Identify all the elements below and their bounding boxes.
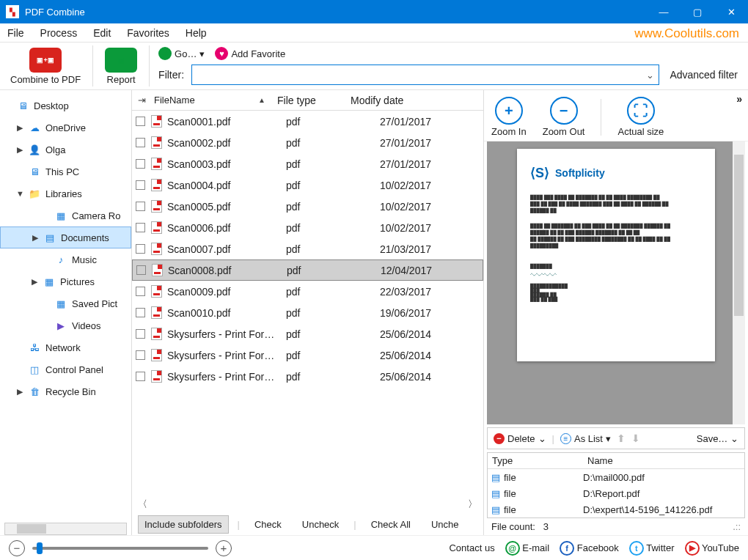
maximize-button[interactable]: ▢ [681, 0, 714, 23]
row-checkbox[interactable] [132, 180, 148, 190]
tree-item[interactable]: ◫Control Panel [0, 358, 131, 380]
pdf-file-icon [148, 370, 164, 383]
save-button[interactable]: Save… ⌄ [697, 433, 738, 444]
delete-button[interactable]: −Delete ⌄ [494, 433, 546, 444]
preview-vscrollbar[interactable] [733, 141, 745, 424]
actual-size-button[interactable]: ⛶Actual size [617, 97, 664, 137]
file-row[interactable]: Scan0009.pdfpdf22/03/2017 [132, 281, 483, 302]
tree-item[interactable]: ▶👤Olga [0, 139, 131, 161]
goto-button[interactable]: ➜Go… ▾ [158, 47, 205, 60]
advanced-filter-button[interactable]: Advanced filter [667, 69, 741, 81]
file-row[interactable]: Scan0003.pdfpdf27/01/2017 [132, 153, 483, 174]
close-button[interactable]: ✕ [714, 0, 748, 23]
tree-item[interactable]: ▼📁Libraries [0, 183, 131, 205]
row-checkbox[interactable] [132, 244, 148, 254]
tree-item[interactable]: ▦Saved Pict [0, 292, 131, 314]
uncheck-button[interactable]: Uncheck [296, 516, 345, 533]
as-list-button[interactable]: ≡As List▾ [560, 433, 611, 444]
row-checkbox[interactable] [132, 329, 148, 339]
tree-item[interactable]: 🖧Network [0, 336, 131, 358]
tree-hscrollbar[interactable] [4, 523, 127, 535]
overflow-button[interactable]: » [736, 93, 742, 105]
file-row[interactable]: Scan0007.pdfpdf21/03/2017 [132, 238, 483, 259]
col-modifydate[interactable]: Modify date [345, 95, 425, 106]
row-checkbox[interactable] [132, 350, 148, 360]
menu-edit[interactable]: Edit [93, 27, 111, 39]
email-link[interactable]: @ E-mail [505, 541, 549, 556]
move-up-button[interactable]: ⬆ [617, 432, 626, 444]
file-row[interactable]: Scan0001.pdfpdf27/01/2017 [132, 111, 483, 132]
file-type: pdf [286, 286, 359, 298]
folder-icon: 🖧 [28, 342, 41, 353]
tree-item[interactable]: ▶☁OneDrive [0, 117, 131, 139]
row-checkbox[interactable] [132, 138, 148, 147]
file-row[interactable]: Scan0008.pdfpdf12/04/2017 [132, 259, 483, 281]
menu-favorites[interactable]: Favorites [127, 27, 169, 39]
move-down-button[interactable]: ⬇ [631, 432, 640, 444]
menu-help[interactable]: Help [186, 27, 207, 39]
tree-item[interactable]: ▶🗑Recycle Bin [0, 380, 131, 402]
tree-item[interactable]: ▶Videos [0, 314, 131, 336]
facebook-link[interactable]: f Facebook [560, 541, 619, 556]
resize-grip-icon[interactable]: .:: [733, 521, 741, 532]
preview-viewport[interactable]: ⟨S⟩Softplicity ████ ███ ████ ██ ███████ … [487, 141, 745, 424]
tree-item[interactable]: ♪Music [0, 248, 131, 270]
file-date: 10/02/2017 [359, 201, 440, 213]
col-filename[interactable]: FileName▲ [148, 95, 271, 106]
row-checkbox[interactable] [132, 223, 148, 232]
include-subfolders-button[interactable]: Include subfolders [138, 515, 229, 534]
youtube-link[interactable]: ▶ YouTube [685, 541, 739, 556]
output-row[interactable]: ▤fileD:\mail000.pdf [488, 469, 744, 485]
row-checkbox[interactable] [132, 372, 148, 381]
tree-item[interactable]: ▶▦Pictures [0, 270, 131, 292]
combine-to-pdf-button[interactable]: ▣+▣ Combine to PDF [7, 46, 84, 86]
tree-item[interactable]: 🖥This PC [0, 161, 131, 183]
file-row[interactable]: Scan0004.pdfpdf10/02/2017 [132, 174, 483, 196]
folder-icon: 👤 [28, 144, 41, 155]
file-row[interactable]: Scan0002.pdfpdf27/01/2017 [132, 132, 483, 153]
output-row[interactable]: ▤fileD:\Report.pdf [488, 485, 744, 501]
tree-label: This PC [45, 166, 79, 177]
tree-item[interactable]: ▦Camera Ro [0, 205, 131, 226]
col-type[interactable]: Type [488, 455, 583, 466]
file-row[interactable]: Scan0006.pdfpdf10/02/2017 [132, 217, 483, 238]
file-hscrollbar[interactable]: 〈〉 [138, 498, 477, 510]
row-checkbox[interactable] [132, 202, 148, 211]
row-checkbox[interactable] [132, 159, 148, 169]
row-checkbox[interactable] [132, 117, 148, 126]
file-date: 10/02/2017 [359, 180, 440, 191]
zoom-slider[interactable] [32, 547, 208, 550]
menu-process[interactable]: Process [40, 27, 78, 39]
twitter-link[interactable]: t Twitter [629, 541, 675, 556]
minimize-button[interactable]: — [647, 0, 681, 23]
add-favorite-button[interactable]: ♥Add Favorite [215, 47, 285, 60]
zoom-slider-out-button[interactable]: − [9, 540, 25, 556]
file-row[interactable]: Scan0010.pdfpdf19/06/2017 [132, 302, 483, 323]
zoom-in-button[interactable]: +Zoom In [491, 97, 527, 137]
zoom-out-button[interactable]: −Zoom Out [543, 97, 585, 137]
uncheck-all-button[interactable]: Unche [425, 516, 465, 533]
contact-us-link[interactable]: Contact us [449, 542, 494, 553]
brand-link[interactable]: www.Coolutils.com [634, 26, 739, 41]
col-name[interactable]: Name [583, 455, 744, 466]
pdf-file-icon [148, 349, 164, 361]
menu-file[interactable]: File [7, 27, 24, 39]
tree-item[interactable]: 🖥Desktop [0, 95, 131, 117]
pin-icon[interactable]: ⇥ [138, 95, 146, 106]
output-row[interactable]: ▤fileD:\expert\14-5196_141226.pdf [488, 501, 744, 517]
col-filetype[interactable]: File type [271, 95, 345, 106]
report-button[interactable]: ▦ Report [102, 46, 140, 86]
file-row[interactable]: Skysurfers - Print For…pdf25/06/2014 [132, 345, 483, 366]
filter-input[interactable]: ⌄ [191, 65, 659, 85]
pdf-file-icon [148, 221, 164, 234]
row-checkbox[interactable] [132, 308, 148, 317]
check-all-button[interactable]: Check All [365, 516, 417, 533]
file-row[interactable]: Scan0005.pdfpdf10/02/2017 [132, 196, 483, 217]
tree-item[interactable]: ▶▤Documents [0, 226, 131, 248]
file-row[interactable]: Skysurfers - Print For…pdf25/06/2014 [132, 366, 483, 387]
zoom-slider-in-button[interactable]: + [216, 540, 232, 556]
file-row[interactable]: Skysurfers - Print For…pdf25/06/2014 [132, 323, 483, 345]
check-button[interactable]: Check [249, 516, 287, 533]
row-checkbox[interactable] [132, 287, 148, 296]
row-checkbox[interactable] [133, 265, 149, 275]
